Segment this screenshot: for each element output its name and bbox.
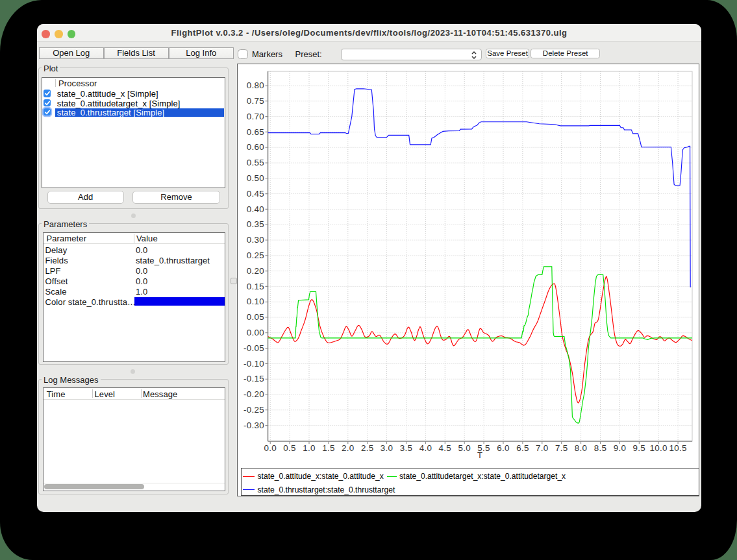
svg-text:7.5: 7.5 [555,443,568,452]
svg-text:-0.05: -0.05 [244,343,264,352]
svg-text:8.0: 8.0 [575,443,588,452]
svg-text:7.0: 7.0 [536,443,549,452]
svg-text:0.80: 0.80 [247,80,264,90]
svg-text:0.25: 0.25 [247,250,264,260]
svg-text:4.0: 4.0 [419,443,432,452]
svg-text:4.5: 4.5 [439,443,452,452]
svg-text:0.15: 0.15 [247,281,264,291]
svg-text:0.30: 0.30 [247,235,264,245]
svg-text:0.65: 0.65 [247,127,264,136]
svg-text:3.5: 3.5 [400,443,413,452]
svg-text:0.0: 0.0 [264,443,277,452]
svg-text:0.40: 0.40 [247,204,264,213]
svg-text:0.75: 0.75 [247,96,264,106]
svg-text:3.0: 3.0 [381,443,393,452]
svg-text:8.5: 8.5 [594,443,607,452]
svg-text:-0.25: -0.25 [244,405,264,415]
svg-text:-0.20: -0.20 [244,389,264,399]
svg-text:0.50: 0.50 [247,173,264,183]
svg-text:T: T [477,450,482,460]
svg-text:2.5: 2.5 [361,443,374,452]
svg-text:10.0: 10.0 [650,443,668,452]
svg-text:2.0: 2.0 [342,443,355,452]
svg-text:6.0: 6.0 [497,443,510,452]
svg-text:0.55: 0.55 [247,158,264,167]
svg-text:0.45: 0.45 [247,188,264,198]
svg-text:10.5: 10.5 [669,443,686,452]
svg-text:-0.10: -0.10 [244,358,264,368]
svg-text:0.10: 0.10 [247,297,264,306]
svg-text:0.5: 0.5 [283,443,296,452]
svg-text:9.5: 9.5 [633,443,646,452]
svg-text:0.35: 0.35 [247,219,264,229]
svg-text:0.20: 0.20 [247,265,264,275]
svg-text:0.70: 0.70 [247,111,264,121]
svg-text:-0.30: -0.30 [244,420,264,430]
svg-text:5.0: 5.0 [458,443,471,452]
svg-text:0.60: 0.60 [247,142,264,152]
svg-text:9.0: 9.0 [614,443,627,452]
svg-text:-0.15: -0.15 [244,374,264,383]
svg-text:6.5: 6.5 [516,443,529,452]
svg-text:0.05: 0.05 [247,312,264,322]
svg-text:0.00: 0.00 [247,328,264,337]
svg-text:1.5: 1.5 [322,443,335,452]
svg-text:1.0: 1.0 [303,443,316,452]
